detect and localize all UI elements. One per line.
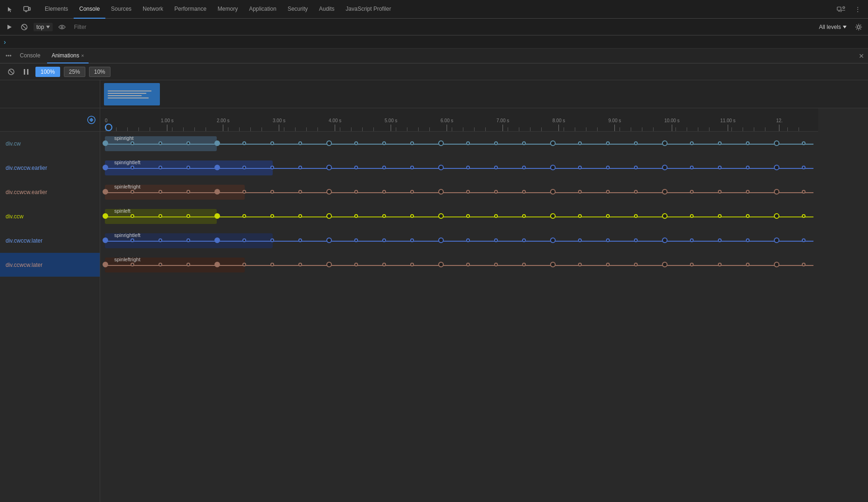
speed-10-button[interactable]: 10% bbox=[89, 67, 110, 77]
track-dot-cw-12 bbox=[774, 140, 779, 146]
track-dot-ccw-1 bbox=[158, 214, 162, 218]
timeline-area: div.cw div.cwccw.earlier div.ccwcw.earli… bbox=[0, 80, 868, 502]
track-dot-cwccw-earlier-2 bbox=[214, 165, 220, 170]
close-animations-tab[interactable]: × bbox=[81, 53, 84, 58]
speed-100-button[interactable]: 100% bbox=[35, 67, 60, 77]
track-dot-ccw-11 bbox=[718, 214, 722, 218]
tab-elements[interactable]: Elements bbox=[39, 0, 74, 19]
run-snippet-icon[interactable] bbox=[4, 21, 15, 33]
timeline-ruler[interactable]: 01.00 s2.00 s3.00 s4.00 s5.00 s6.00 s7.0… bbox=[100, 108, 818, 132]
console-prompt[interactable]: › bbox=[0, 35, 868, 49]
track-dot-cw-3.5 bbox=[298, 141, 302, 145]
track-dot-cwccw-earlier-10 bbox=[662, 165, 668, 170]
track-row-ccw[interactable]: spinleft bbox=[100, 204, 818, 229]
eye-icon[interactable] bbox=[56, 21, 68, 33]
track-dot-cwccw-earlier-6 bbox=[438, 165, 444, 170]
svg-rect-4 bbox=[837, 7, 841, 10]
track-dot-ccwcw-earlier-5 bbox=[382, 190, 386, 194]
track-dot-ccwcw-later-11 bbox=[718, 263, 722, 266]
devtools-tab-bar: Elements Console Sources Network Perform… bbox=[0, 0, 868, 19]
track-row-cwccw-later[interactable]: spinrightleft bbox=[100, 229, 818, 253]
track-dot-ccwcw-later-12.5 bbox=[802, 263, 806, 266]
track-dot-cwccw-later-7 bbox=[494, 238, 498, 242]
tab-js-profiler[interactable]: JavaScript Profiler bbox=[340, 0, 397, 19]
clear-console-icon[interactable] bbox=[19, 21, 30, 33]
label-div-ccw[interactable]: div.ccw bbox=[0, 204, 100, 229]
track-row-cwccw-earlier[interactable]: spinrightleft bbox=[100, 156, 818, 180]
track-dot-cwccw-later-1 bbox=[158, 238, 162, 242]
track-dot-cwccw-later-9.5 bbox=[634, 238, 638, 242]
tab-sources[interactable]: Sources bbox=[105, 0, 137, 19]
label-div-cw[interactable]: div.cw bbox=[0, 132, 100, 156]
track-dot-ccw-7.5 bbox=[522, 214, 526, 218]
track-row-ccwcw-earlier[interactable]: spinleftright bbox=[100, 180, 818, 204]
more-panels-button[interactable]: ••• bbox=[4, 53, 14, 59]
track-dot-cw-6.5 bbox=[466, 141, 470, 145]
log-levels-dropdown[interactable]: All levels bbox=[816, 23, 849, 31]
svg-rect-0 bbox=[24, 7, 28, 11]
track-dot-ccwcw-later-6.5 bbox=[466, 263, 470, 266]
track-dot-cwccw-later-6 bbox=[438, 237, 444, 243]
track-dot-ccw-8 bbox=[550, 213, 556, 219]
track-dot-ccw-4.5 bbox=[354, 214, 358, 218]
track-dot-ccwcw-earlier-4 bbox=[326, 189, 332, 195]
tab-memory[interactable]: Memory bbox=[212, 0, 243, 19]
track-dot-ccwcw-later-1.5 bbox=[186, 263, 190, 266]
more-options-icon[interactable]: ⋮ bbox=[851, 3, 864, 16]
track-dot-cwccw-earlier-9 bbox=[606, 166, 610, 169]
track-dot-ccwcw-earlier-9 bbox=[606, 190, 610, 194]
track-dot-cw-7 bbox=[494, 141, 498, 145]
cursor-icon[interactable] bbox=[4, 3, 17, 16]
track-dot-cwccw-earlier-7 bbox=[494, 166, 498, 169]
device-icon[interactable] bbox=[21, 3, 34, 16]
animation-preview-block[interactable] bbox=[104, 83, 160, 105]
context-selector[interactable]: top bbox=[34, 23, 53, 31]
clear-animation-icon[interactable] bbox=[6, 66, 17, 77]
tab-network[interactable]: Network bbox=[137, 0, 169, 19]
tab-security[interactable]: Security bbox=[282, 0, 313, 19]
ruler-mark-10: 10.00 s bbox=[664, 118, 680, 131]
track-dot-ccw-2 bbox=[214, 213, 220, 219]
tab-animations-panel[interactable]: Animations × bbox=[47, 49, 89, 63]
track-dot-cwccw-later-5.5 bbox=[410, 238, 414, 242]
label-div-ccwcw-later[interactable]: div.ccwcw.later bbox=[0, 253, 100, 277]
track-dot-ccwcw-earlier-3.5 bbox=[298, 190, 302, 194]
track-dot-cwccw-later-11 bbox=[718, 238, 722, 242]
track-dot-ccwcw-later-5.5 bbox=[410, 263, 414, 266]
track-dot-ccwcw-later-5 bbox=[382, 263, 386, 266]
track-dot-cw-9 bbox=[606, 141, 610, 145]
track-dot-cw-2 bbox=[214, 140, 220, 146]
track-dot-ccwcw-earlier-6 bbox=[438, 189, 444, 195]
track-dot-ccw-6.5 bbox=[466, 214, 470, 218]
remote-device-icon[interactable] bbox=[834, 3, 847, 16]
track-row-cw[interactable]: spinright bbox=[100, 132, 818, 156]
timeline-right[interactable]: 01.00 s2.00 s3.00 s4.00 s5.00 s6.00 s7.0… bbox=[100, 80, 868, 502]
track-dot-cwccw-earlier-5.5 bbox=[410, 166, 414, 169]
track-dot-ccwcw-earlier-11 bbox=[718, 190, 722, 194]
label-div-ccwcw-earlier[interactable]: div.ccwcw.earlier bbox=[0, 180, 100, 204]
track-row-ccwcw-later[interactable]: spinleftright bbox=[100, 253, 818, 277]
tab-console-panel[interactable]: Console bbox=[15, 49, 45, 63]
settings-icon[interactable] bbox=[853, 21, 864, 33]
tab-console[interactable]: Console bbox=[74, 0, 105, 19]
tab-performance[interactable]: Performance bbox=[169, 0, 212, 19]
label-div-cwccw-later[interactable]: div.cwccw.later bbox=[0, 229, 100, 253]
track-dot-cwccw-earlier-1.5 bbox=[186, 166, 190, 169]
track-dot-ccw-12 bbox=[774, 213, 779, 219]
close-panel-button[interactable]: ✕ bbox=[859, 52, 864, 60]
track-dot-ccwcw-earlier-7 bbox=[494, 190, 498, 194]
track-dot-cw-8.5 bbox=[578, 141, 582, 145]
track-dot-cwccw-later-12 bbox=[774, 237, 779, 243]
track-anim-label-ccwcw-later: spinleftright bbox=[114, 257, 140, 262]
label-div-cwccw-earlier[interactable]: div.cwccw.earlier bbox=[0, 156, 100, 180]
scrub-head[interactable] bbox=[105, 124, 112, 131]
track-dot-cw-9.5 bbox=[634, 141, 638, 145]
speed-25-button[interactable]: 25% bbox=[64, 67, 85, 77]
track-dot-ccwcw-later-11.5 bbox=[746, 263, 750, 266]
track-dot-cw-5 bbox=[382, 141, 386, 145]
track-dot-ccw-1.5 bbox=[186, 214, 190, 218]
tab-application[interactable]: Application bbox=[243, 0, 282, 19]
filter-input[interactable] bbox=[71, 23, 813, 31]
tab-audits[interactable]: Audits bbox=[313, 0, 340, 19]
pause-animation-button[interactable] bbox=[21, 66, 32, 77]
